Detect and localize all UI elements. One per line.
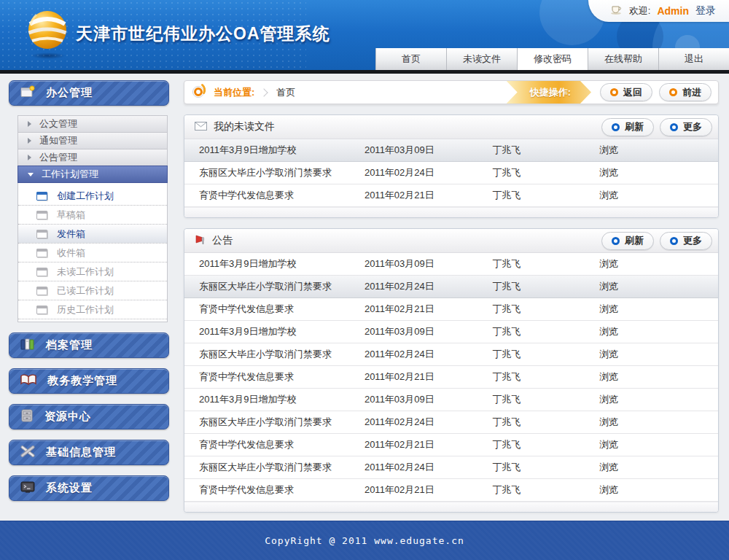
- row-title: 东丽区大毕庄小学取消门禁要求: [184, 348, 350, 361]
- nav-tab-exit[interactable]: 退出: [658, 48, 729, 70]
- submenu-outbox[interactable]: 发件箱: [18, 225, 167, 244]
- row-browse-link[interactable]: 浏览: [585, 257, 718, 271]
- teacup-icon: [610, 4, 623, 18]
- chevron-right-icon: [260, 88, 268, 96]
- sidebar-section-basic-info-mgmt[interactable]: 基础信息管理: [9, 440, 169, 465]
- row-browse-link[interactable]: 浏览: [585, 461, 718, 474]
- row-title: 东丽区大毕庄小学取消门禁要求: [184, 280, 350, 293]
- table-row[interactable]: 育贤中学代发信息要求 2011年02月21日 丁兆飞 浏览: [184, 366, 718, 389]
- row-browse-link[interactable]: 浏览: [585, 166, 718, 179]
- table-row[interactable]: 2011年3月9日增加学校 2011年03月09日 丁兆飞 浏览: [184, 253, 718, 276]
- table-row[interactable]: 东丽区大毕庄小学取消门禁要求 2011年02月24日 丁兆飞 浏览: [184, 411, 718, 434]
- sidebar-section-office-mgmt[interactable]: 办公管理: [9, 80, 169, 106]
- table-row[interactable]: 育贤中学代发信息要求 2011年02月21日 丁兆飞 浏览: [184, 434, 718, 456]
- ring-icon: [669, 88, 677, 96]
- row-browse-link[interactable]: 浏览: [585, 325, 718, 338]
- row-title: 2011年3月9日增加学校: [184, 325, 350, 338]
- row-author: 丁兆飞: [478, 144, 585, 157]
- sidebar-item-work-plan-mgmt[interactable]: 工作计划管理: [17, 166, 168, 183]
- table-row[interactable]: 2011年3月9日增加学校 2011年03月09日 丁兆飞 浏览: [184, 139, 718, 162]
- breadcrumb-current-page[interactable]: 首页: [276, 86, 295, 99]
- nav-tab-unread-files[interactable]: 未读文件: [446, 48, 517, 70]
- row-date: 2011年02月24日: [350, 348, 478, 361]
- row-date: 2011年02月21日: [350, 370, 478, 384]
- forward-button[interactable]: 前进: [659, 83, 712, 101]
- arrow-down-icon: [28, 173, 34, 176]
- row-browse-link[interactable]: 浏览: [585, 483, 718, 497]
- submenu-inbox[interactable]: 收件箱: [18, 244, 167, 262]
- submenu-drafts[interactable]: 草稿箱: [18, 206, 167, 225]
- row-title: 东丽区大毕庄小学取消门禁要求: [184, 461, 350, 474]
- submenu-item-label: 未读工作计划: [57, 265, 114, 279]
- copyright-text: CopyRight @ 2011 www.edugate.cn: [265, 535, 464, 546]
- more-button[interactable]: 更多: [660, 118, 712, 136]
- row-title: 东丽区大毕庄小学取消门禁要求: [184, 416, 350, 429]
- table-row[interactable]: 东丽区大毕庄小学取消门禁要求 2011年02月24日 丁兆飞 浏览: [184, 456, 718, 479]
- row-title: 育贤中学代发信息要求: [184, 370, 350, 384]
- arrow-right-icon: [28, 138, 31, 144]
- submenu-unread-work-plans[interactable]: 未读工作计划: [18, 262, 167, 281]
- sidebar-item-notice-mgmt[interactable]: 通知管理: [17, 132, 168, 149]
- row-browse-link[interactable]: 浏览: [585, 144, 718, 157]
- back-button[interactable]: 返回: [600, 83, 652, 101]
- ring-icon: [612, 237, 620, 245]
- username-link[interactable]: Admin: [657, 5, 689, 17]
- row-date: 2011年03月09日: [350, 325, 478, 338]
- row-author: 丁兆飞: [478, 483, 585, 497]
- row-browse-link[interactable]: 浏览: [585, 303, 718, 316]
- sidebar-section-system-settings[interactable]: 系统设置: [9, 475, 169, 501]
- table-row[interactable]: 东丽区大毕庄小学取消门禁要求 2011年02月24日 丁兆飞 浏览: [184, 276, 718, 298]
- table-row[interactable]: 2011年3月9日增加学校 2011年03月09日 丁兆飞 浏览: [184, 389, 718, 411]
- row-date: 2011年03月09日: [350, 393, 478, 406]
- row-browse-link[interactable]: 浏览: [585, 393, 718, 406]
- announcements-panel-header: 公告 刷新 更多: [184, 229, 718, 253]
- row-browse-link[interactable]: 浏览: [585, 280, 718, 293]
- refresh-button[interactable]: 刷新: [601, 232, 654, 250]
- table-row[interactable]: 东丽区大毕庄小学取消门禁要求 2011年02月24日 丁兆飞 浏览: [184, 343, 718, 366]
- submenu-item-label: 收件箱: [57, 246, 85, 260]
- unread-files-panel: 我的未读文件 刷新 更多 2011年3月9日增加学校 2011年03月09日 丁…: [184, 114, 719, 218]
- more-button[interactable]: 更多: [660, 232, 712, 250]
- table-row[interactable]: 育贤中学代发信息要求 2011年02月21日 丁兆飞 浏览: [184, 298, 718, 321]
- row-author: 丁兆飞: [478, 166, 585, 179]
- sidebar: 办公管理 公文管理 通知管理 公告管理 工作计划管理 创建工作计划 草稿箱: [9, 80, 169, 511]
- sidebar-section-archives-mgmt[interactable]: 档案管理: [9, 332, 169, 358]
- row-date: 2011年02月24日: [350, 461, 478, 474]
- sidebar-section-resource-center[interactable]: 资源中心: [9, 404, 169, 429]
- row-browse-link[interactable]: 浏览: [585, 370, 718, 384]
- refresh-button[interactable]: 刷新: [601, 118, 654, 136]
- row-date: 2011年03月09日: [350, 144, 478, 157]
- window-icon: [36, 268, 47, 276]
- login-link[interactable]: 登录: [695, 4, 716, 18]
- menu-item-label: 公文管理: [39, 117, 77, 131]
- nav-tab-change-password[interactable]: 修改密码: [517, 48, 588, 70]
- sidebar-section-teaching-mgmt[interactable]: 教务教学管理: [9, 368, 169, 394]
- row-browse-link[interactable]: 浏览: [585, 189, 718, 202]
- sidebar-item-announcement-mgmt[interactable]: 公告管理: [17, 149, 168, 166]
- main-content: 当前位置: 首页 快捷操作: 返回 前进 我的未读文件 刷新: [184, 80, 719, 513]
- table-row[interactable]: 东丽区大毕庄小学取消门禁要求 2011年02月24日 丁兆飞 浏览: [184, 162, 718, 184]
- row-author: 丁兆飞: [478, 325, 585, 338]
- submenu-read-work-plans[interactable]: 已读工作计划: [18, 281, 167, 300]
- work-plan-submenu: 创建工作计划 草稿箱 发件箱 收件箱 未读工作计划 已读工作计划: [17, 183, 168, 322]
- more-button-label: 更多: [683, 234, 702, 247]
- row-author: 丁兆飞: [478, 393, 585, 406]
- row-browse-link[interactable]: 浏览: [585, 438, 718, 451]
- row-browse-link[interactable]: 浏览: [585, 348, 718, 361]
- window-icon: [36, 211, 47, 219]
- submenu-create-work-plan[interactable]: 创建工作计划: [18, 187, 167, 206]
- row-browse-link[interactable]: 浏览: [585, 416, 718, 429]
- table-row[interactable]: 育贤中学代发信息要求 2011年02月21日 丁兆飞 浏览: [184, 479, 718, 502]
- table-row[interactable]: 2011年3月9日增加学校 2011年03月09日 丁兆飞 浏览: [184, 321, 718, 343]
- back-button-label: 返回: [623, 86, 642, 99]
- table-row[interactable]: 育贤中学代发信息要求 2011年02月21日 丁兆飞 浏览: [184, 184, 718, 207]
- sidebar-item-official-docs[interactable]: 公文管理: [17, 115, 168, 133]
- row-author: 丁兆飞: [478, 257, 585, 271]
- nav-tab-home[interactable]: 首页: [375, 48, 446, 70]
- panel-title: 我的未读文件: [214, 120, 275, 133]
- announcements-panel: 公告 刷新 更多 2011年3月9日增加学校 2011年03月09日 丁兆飞 浏…: [184, 228, 719, 513]
- submenu-history-work-plans[interactable]: 历史工作计划: [18, 300, 167, 319]
- envelope-icon: [195, 120, 207, 133]
- submenu-item-label: 已读工作计划: [57, 284, 114, 298]
- nav-tab-online-help[interactable]: 在线帮助: [588, 48, 658, 70]
